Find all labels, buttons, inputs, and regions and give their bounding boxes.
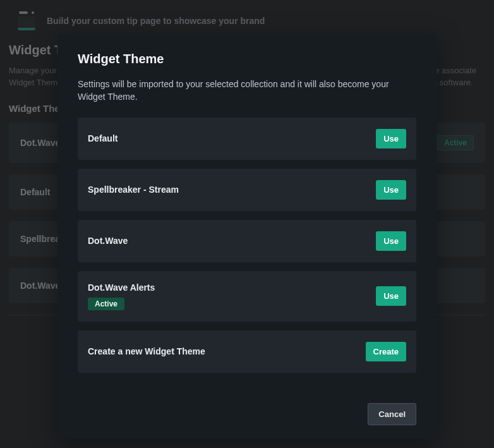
use-button[interactable]: Use: [376, 129, 406, 148]
widget-theme-modal: Widget Theme Settings will be imported t…: [57, 34, 437, 439]
theme-option-row: Dot.Wave Use: [78, 220, 416, 262]
theme-option-row: Default Use: [78, 118, 416, 160]
theme-option-name: Dot.Wave: [88, 236, 128, 246]
cancel-button[interactable]: Cancel: [368, 403, 416, 425]
theme-option-row: Dot.Wave Alerts Active Use: [78, 271, 416, 322]
modal-description: Settings will be imported to your select…: [78, 78, 416, 104]
use-button[interactable]: Use: [376, 180, 406, 200]
theme-option-name: Default: [88, 133, 117, 143]
use-button[interactable]: Use: [376, 231, 406, 251]
create-theme-label: Create a new Widget Theme: [88, 346, 205, 356]
create-theme-row: Create a new Widget Theme Create: [78, 330, 416, 373]
theme-option-name: Spellbreaker - Stream: [88, 185, 179, 195]
theme-option-row: Spellbreaker - Stream Use: [78, 169, 416, 211]
modal-title: Widget Theme: [78, 52, 416, 66]
modal-footer: Cancel: [78, 403, 416, 425]
theme-option-name: Dot.Wave Alerts: [88, 282, 155, 293]
modal-overlay: Widget Theme Settings will be imported t…: [0, 0, 494, 448]
active-badge: Active: [88, 298, 124, 310]
create-button[interactable]: Create: [366, 342, 406, 361]
use-button[interactable]: Use: [376, 286, 406, 306]
